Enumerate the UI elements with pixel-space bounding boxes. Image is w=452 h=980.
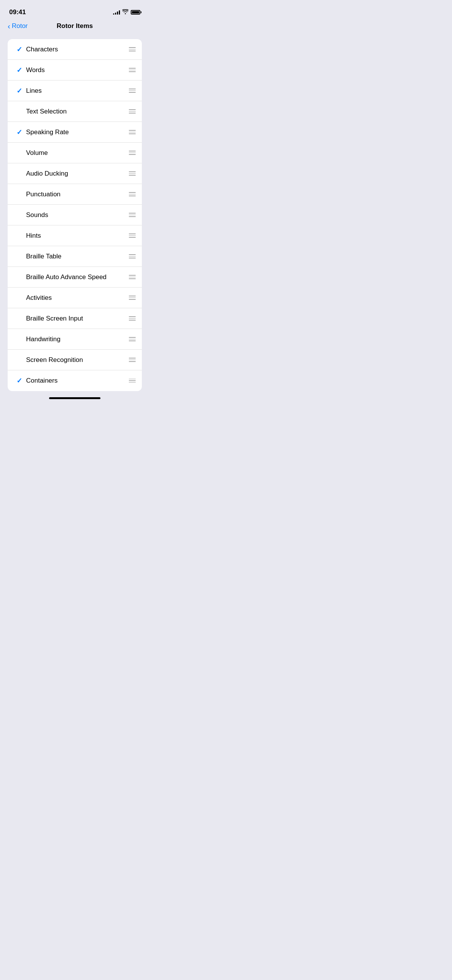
drag-handle-icon[interactable] [129,109,136,113]
item-label: Words [26,66,124,74]
item-label: Audio Ducking [26,170,124,178]
drag-handle-icon[interactable] [129,233,136,238]
list-item[interactable]: Activities [8,288,142,308]
list-item[interactable]: ✓Words [8,60,142,81]
list-item[interactable]: Screen Recognition [8,350,142,370]
drag-handle-icon[interactable] [129,47,136,51]
item-label: Braille Screen Input [26,315,124,322]
drag-handle-icon[interactable] [129,337,136,341]
item-label: Lines [26,87,124,95]
list-item[interactable]: Audio Ducking [8,163,142,184]
list-item[interactable]: ✓Lines [8,81,142,101]
drag-handle-icon[interactable] [129,296,136,300]
drag-handle-icon[interactable] [129,316,136,321]
item-label: Braille Auto Advance Speed [26,273,124,281]
nav-header: ‹ Rotor Rotor Items [0,19,150,36]
back-label: Rotor [12,22,28,30]
item-label: Handwriting [26,335,124,343]
list-item[interactable]: Volume [8,143,142,163]
list-item[interactable]: Hints [8,225,142,246]
item-label: Characters [26,46,124,53]
list-item[interactable]: ✓Containers [8,370,142,391]
drag-handle-icon[interactable] [129,151,136,155]
list-item[interactable]: Punctuation [8,184,142,205]
list-item[interactable]: Sounds [8,205,142,225]
checkmark-icon: ✓ [14,377,25,385]
item-label: Sounds [26,211,124,219]
back-button[interactable]: ‹ Rotor [8,22,28,30]
list-item[interactable]: Braille Table [8,246,142,267]
drag-handle-icon[interactable] [129,171,136,176]
list-item[interactable]: Text Selection [8,101,142,122]
list-item[interactable]: ✓Characters [8,39,142,60]
checkmark-icon: ✓ [14,45,25,54]
list-item[interactable]: Braille Screen Input [8,308,142,329]
rotor-items-list: ✓Characters✓Words✓LinesText Selection✓Sp… [8,39,142,391]
checkmark-icon: ✓ [14,87,25,95]
battery-icon [131,10,140,15]
back-chevron-icon: ‹ [8,22,10,30]
drag-handle-icon[interactable] [129,254,136,258]
drag-handle-icon[interactable] [129,358,136,362]
checkmark-icon: ✓ [14,128,25,136]
drag-handle-icon[interactable] [129,192,136,196]
list-item[interactable]: Handwriting [8,329,142,350]
wifi-icon [122,9,128,15]
item-label: Screen Recognition [26,356,124,364]
item-label: Hints [26,232,124,240]
status-icons [113,9,140,15]
drag-handle-icon[interactable] [129,130,136,134]
list-item[interactable]: Braille Auto Advance Speed [8,267,142,288]
checkmark-icon: ✓ [14,66,25,74]
drag-handle-icon[interactable] [129,213,136,217]
item-label: Volume [26,149,124,157]
home-bar [49,397,100,399]
item-label: Speaking Rate [26,128,124,136]
home-indicator [0,394,150,404]
item-label: Braille Table [26,253,124,260]
signal-icon [113,10,120,15]
drag-handle-icon[interactable] [129,275,136,279]
drag-handle-icon[interactable] [129,68,136,72]
list-item[interactable]: ✓Speaking Rate [8,122,142,143]
status-time: 09:41 [9,8,26,16]
item-label: Text Selection [26,108,124,115]
drag-handle-icon[interactable] [129,89,136,93]
item-label: Activities [26,294,124,302]
item-label: Punctuation [26,191,124,198]
status-bar: 09:41 [0,0,150,19]
item-label: Containers [26,377,124,385]
drag-handle-icon[interactable] [129,379,136,383]
page-title: Rotor Items [57,22,93,30]
